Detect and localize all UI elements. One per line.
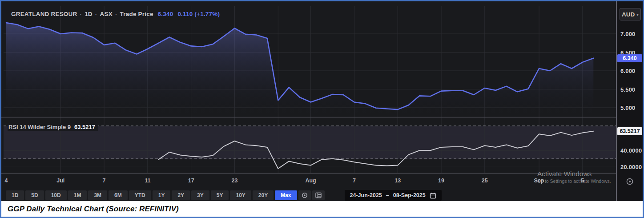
- range-button-1d[interactable]: 1D: [6, 190, 24, 200]
- rsi-ytick-40.0000: 40.0000: [620, 147, 642, 154]
- x-label-7: 7: [353, 178, 356, 184]
- rsi-value: 63.5217: [74, 124, 95, 130]
- range-toolbar: 1D5D10D1M3M6MYTD1Y2Y3Y5Y10Y20YMax 24-Jun…: [6, 190, 442, 201]
- range-button-ytd[interactable]: YTD: [129, 190, 151, 200]
- x-label-sep: Sep: [534, 178, 544, 184]
- range-button-10y[interactable]: 10Y: [230, 190, 251, 200]
- target-icon[interactable]: [298, 190, 311, 200]
- price-change: 0.110: [177, 11, 193, 17]
- rsi-ytick-20.0000: 20.0000: [620, 164, 642, 170]
- currency-dropdown[interactable]: AUD ▾: [620, 8, 641, 20]
- price-change-pct: (+1.77%): [194, 11, 220, 17]
- right-price-axis: AUD ▾ 7.0006.5006.0005.5005.00040.000020…: [616, 1, 643, 201]
- x-label-aug: Aug: [305, 178, 316, 184]
- x-label-13: 13: [394, 178, 401, 184]
- range-button-3m[interactable]: 3M: [88, 190, 107, 200]
- range-button-1y[interactable]: 1Y: [153, 190, 171, 200]
- x-label-11: 11: [145, 178, 150, 184]
- x-label-23: 23: [231, 178, 237, 184]
- price-ytick-7.000: 7.000: [620, 31, 636, 37]
- range-button-6m[interactable]: 6M: [109, 190, 128, 200]
- rsi-value-badge: 63.5217: [617, 127, 642, 135]
- exchange-label: ASX: [100, 11, 113, 17]
- date-from: 24-Jun-2025: [350, 192, 382, 198]
- last-price: 6.340: [158, 11, 173, 17]
- x-label-4: 4: [5, 178, 8, 184]
- x-label-jul: Jul: [56, 178, 64, 184]
- x-label-7: 7: [103, 178, 106, 184]
- chart-window: GREATLAND RESOUR·1D·ASX·Trade Price6.340…: [0, 0, 644, 218]
- caption-strip: GGP Daily Technical Chart (Source: REFIN…: [1, 201, 643, 217]
- price-ytick-6.000: 6.000: [620, 68, 636, 74]
- last-price-badge: 6.340: [617, 54, 642, 62]
- range-button-5d[interactable]: 5D: [25, 190, 44, 200]
- field-label: Trade Price: [120, 11, 153, 17]
- activate-windows-watermark: Activate Windows: [537, 170, 592, 178]
- x-label-5: 5: [581, 178, 584, 184]
- interval-label: 1D: [85, 11, 93, 17]
- range-button-3y[interactable]: 3Y: [191, 190, 209, 200]
- layout-grid-icon[interactable]: [312, 190, 325, 200]
- range-button-1m[interactable]: 1M: [68, 190, 87, 200]
- range-button-max[interactable]: Max: [275, 190, 297, 200]
- x-label-25: 25: [482, 178, 488, 184]
- rsi-indicator-label: RSI 14 Wilder Simple 963.5217: [8, 123, 98, 131]
- x-label-17: 17: [188, 178, 194, 184]
- caption-text: GGP Daily Technical Chart (Source: REFIN…: [8, 205, 179, 214]
- settings-gear-icon[interactable]: [625, 177, 635, 188]
- date-range-picker[interactable]: 24-Jun-2025 – 08-Sep-2025: [345, 190, 442, 201]
- calendar-icon: [430, 192, 436, 199]
- price-ytick-5.500: 5.500: [620, 86, 636, 93]
- instrument-header: GREATLAND RESOUR·1D·ASX·Trade Price6.340…: [11, 11, 220, 17]
- range-button-20y[interactable]: 20Y: [253, 190, 274, 200]
- chevron-down-icon: ▾: [636, 12, 639, 17]
- chart-canvas: GREATLAND RESOUR·1D·ASX·Trade Price6.340…: [1, 1, 643, 201]
- price-rsi-plot: [1, 1, 616, 201]
- price-ytick-5.000: 5.000: [620, 105, 636, 111]
- symbol-label: GREATLAND RESOUR: [11, 11, 77, 17]
- range-button-5y[interactable]: 5Y: [211, 190, 229, 200]
- x-label-19: 19: [438, 178, 444, 184]
- date-to: 08-Sep-2025: [393, 192, 426, 198]
- range-button-10d[interactable]: 10D: [45, 190, 67, 200]
- activate-windows-subtext: Go to Settings to activate Windows.: [537, 178, 611, 184]
- range-button-2y[interactable]: 2Y: [172, 190, 190, 200]
